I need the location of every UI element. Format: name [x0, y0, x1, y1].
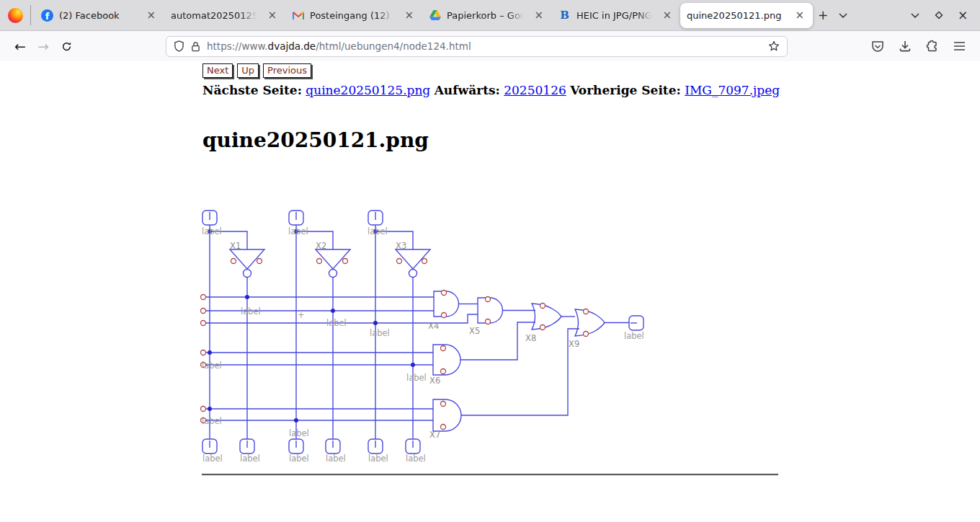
- bookmark-star-button[interactable]: [768, 40, 780, 52]
- latex2html-buttons: Next Up Previous: [202, 63, 311, 78]
- not-gate-x2: [316, 249, 350, 278]
- tab-title: Papierkorb – Google: [447, 10, 526, 21]
- page-content: Next Up Previous Nächste Seite: quine202…: [0, 61, 980, 521]
- bottom-boxes: [202, 439, 420, 454]
- maximize-button[interactable]: [930, 5, 948, 25]
- tab-posteingang[interactable]: Posteingang (12) - da ×: [285, 4, 422, 27]
- gate-label-x1: X1: [230, 241, 241, 251]
- plus-symbol: +: [298, 310, 305, 320]
- close-tab-icon[interactable]: ×: [265, 9, 279, 22]
- chevron-down-icon: [911, 13, 919, 18]
- previous-page-link[interactable]: IMG_7097.jpeg: [685, 83, 780, 97]
- toolbar-right-icons: [871, 40, 971, 53]
- url-bar[interactable]: https://www.dvajda.de/html/uebungen4/nod…: [166, 36, 788, 57]
- not-gate-x1: [230, 249, 264, 278]
- tab-separator: [30, 5, 31, 25]
- tab-heic[interactable]: B HEIC in JPG/PNG um ×: [552, 4, 680, 27]
- input-box: [202, 211, 383, 225]
- star-icon: [768, 40, 780, 52]
- diagram-label: label: [202, 360, 222, 371]
- diagram-label: label: [289, 428, 309, 438]
- back-button[interactable]: ←: [9, 35, 32, 57]
- url-prefix: https://www.: [207, 40, 268, 52]
- google-drive-icon: [429, 9, 441, 22]
- up-link[interactable]: 20250126: [504, 83, 566, 97]
- tab-title: Posteingang (12) - da: [310, 10, 396, 21]
- firefox-icon: [8, 8, 23, 23]
- diagram-label: label: [326, 318, 347, 328]
- circuit-diagram-image: X1 X2 X3 X4 X5 X6 X7 X8 X9 label label l…: [195, 203, 663, 477]
- tab-title: HEIC in JPG/PNG um: [576, 10, 654, 21]
- next-button[interactable]: Next: [202, 63, 233, 78]
- diagram-label: label: [368, 454, 388, 464]
- close-tab-icon[interactable]: ×: [532, 9, 545, 22]
- previous-page-label: Vorherige Seite:: [570, 83, 681, 97]
- minimize-button[interactable]: [906, 5, 924, 25]
- close-tab-icon[interactable]: ×: [144, 9, 158, 22]
- tab-list-button[interactable]: [833, 5, 853, 25]
- tab-quine-active[interactable]: quine20250121.png ×: [680, 3, 813, 28]
- heic-converter-icon: B: [558, 9, 571, 22]
- gate-label-x6: X6: [429, 376, 440, 386]
- and-gate-x7: [433, 329, 579, 431]
- download-button[interactable]: [899, 40, 912, 53]
- tab-title: quine20250121.png: [687, 10, 781, 21]
- url-text[interactable]: https://www.dvajda.de/html/uebungen4/nod…: [207, 40, 471, 52]
- tab-bar: f (2) Facebook × automat20250125mealy × …: [0, 0, 980, 31]
- and-gate-x5: [478, 297, 535, 324]
- url-domain: dvajda.de: [268, 40, 316, 52]
- download-icon: [899, 40, 912, 53]
- tab-title: automat20250125mealy: [171, 10, 259, 21]
- gate-label-x5: X5: [469, 326, 480, 336]
- reload-button[interactable]: [55, 35, 78, 57]
- pocket-button[interactable]: [871, 40, 884, 53]
- previous-button[interactable]: Previous: [263, 63, 311, 78]
- shield-icon[interactable]: [174, 40, 184, 52]
- horizontal-rule: [202, 474, 778, 476]
- diamond-icon: [935, 11, 943, 19]
- gate-label-x4: X4: [428, 321, 439, 331]
- diagram-label: label: [202, 226, 222, 236]
- close-tab-icon[interactable]: ×: [793, 9, 806, 22]
- close-window-button[interactable]: ×: [954, 5, 971, 25]
- diagram-label: label: [240, 454, 260, 464]
- next-page-link[interactable]: quine20250125.png: [306, 83, 430, 97]
- tab-title: (2) Facebook: [59, 10, 120, 21]
- tab-facebook[interactable]: f (2) Facebook ×: [35, 4, 164, 27]
- close-tab-icon[interactable]: ×: [402, 9, 416, 22]
- chevron-down-icon: [839, 13, 847, 18]
- extensions-button[interactable]: [926, 40, 939, 53]
- url-path: /html/uebungen4/node124.html: [316, 40, 471, 52]
- firefox-button[interactable]: [0, 0, 30, 31]
- or-gate-x8: [532, 304, 575, 330]
- not-gate-x3: [396, 249, 430, 278]
- and-gate-x4: [434, 291, 478, 318]
- output-box: [629, 316, 643, 330]
- diagram-label: label: [406, 454, 426, 464]
- new-tab-button[interactable]: +: [813, 5, 833, 25]
- diagram-label: label: [370, 328, 390, 338]
- or-gate-x9: [575, 309, 629, 337]
- app-menu-button[interactable]: [953, 41, 966, 51]
- lock-icon[interactable]: [191, 41, 200, 52]
- diagram-label: label: [624, 331, 644, 341]
- diagram-label: label: [288, 226, 308, 236]
- gate-label-x9: X9: [569, 339, 579, 349]
- window-controls: ×: [906, 5, 976, 25]
- tab-papierkorb[interactable]: Papierkorb – Google ×: [422, 4, 552, 27]
- pocket-icon: [871, 40, 884, 53]
- tab-automat[interactable]: automat20250125mealy ×: [164, 4, 285, 27]
- diagram-label: label: [406, 373, 427, 383]
- gate-label-x7: X7: [429, 430, 440, 440]
- gate-label-x2: X2: [316, 241, 326, 251]
- next-page-label: Nächste Seite:: [202, 83, 302, 97]
- up-button[interactable]: Up: [237, 63, 259, 78]
- close-tab-icon[interactable]: ×: [660, 9, 674, 22]
- gate-label-x3: X3: [396, 241, 406, 251]
- diagram-label: label: [368, 226, 388, 236]
- diagram-label: label: [289, 454, 309, 464]
- forward-button[interactable]: →: [32, 35, 55, 57]
- breadcrumb: Nächste Seite: quine20250125.png Aufwärt…: [202, 83, 780, 97]
- diagram-label: label: [241, 306, 261, 317]
- navigation-toolbar: ← → https://www.dvajda.de/html/uebungen4…: [0, 31, 980, 61]
